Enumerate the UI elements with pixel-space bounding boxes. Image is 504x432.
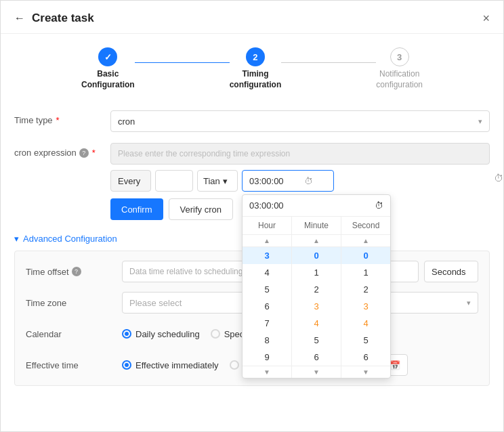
cron-number-input[interactable] [155, 170, 193, 192]
step-3: 3 Notificationconfiguration [376, 47, 423, 90]
second-item-2[interactable]: 2 [341, 281, 390, 298]
form-body: Time type * cron ▾ cron expression ? * P… [1, 104, 503, 399]
second-scroll-down[interactable]: ▼ [341, 366, 390, 378]
clock-icon: ⏱ [304, 176, 313, 186]
time-offset-unit[interactable]: Seconds [424, 261, 478, 282]
hour-items: 3 4 5 6 7 8 9 [243, 247, 291, 366]
minute-item-0[interactable]: 0 [292, 247, 341, 264]
radio-specify-circle [211, 329, 220, 339]
second-item-6[interactable]: 6 [341, 349, 390, 366]
hour-item-5[interactable]: 5 [243, 281, 291, 298]
step-2-circle: 2 [246, 47, 265, 66]
radio-immediately-label: Effective immediately [135, 360, 219, 370]
time-offset-help-icon[interactable]: ? [72, 267, 81, 276]
second-clock-wrapper: ⏱ [494, 173, 503, 183]
time-offset-label: Time offset ? [26, 267, 114, 277]
step-3-num: 3 [397, 52, 402, 62]
time-picker-popup: 03:00:00 ⏱ Hour ▲ [242, 194, 391, 379]
minute-scroll-up[interactable]: ▲ [292, 235, 341, 247]
back-button[interactable]: ← [14, 12, 25, 24]
cron-every-box: Every [110, 170, 151, 192]
minute-item-5[interactable]: 5 [292, 332, 341, 349]
cron-expression-input[interactable]: Please enter the corresponding time expr… [110, 143, 490, 165]
cron-unit-chevron: ▾ [223, 176, 228, 186]
cron-expr-control: Please enter the corresponding time expr… [110, 143, 490, 220]
hour-scroll-down[interactable]: ▼ [243, 366, 291, 378]
cron-placeholder: Please enter the corresponding time expr… [118, 149, 290, 158]
second-item-5[interactable]: 5 [341, 332, 390, 349]
hour-header: Hour [243, 217, 291, 235]
minute-scroll-down[interactable]: ▼ [292, 366, 341, 378]
hour-item-6[interactable]: 6 [243, 298, 291, 315]
minute-items: 0 1 2 3 4 5 6 [292, 247, 341, 366]
time-header-icon: ⏱ [375, 200, 383, 211]
verify-cron-button[interactable]: Verify cron [169, 198, 233, 220]
step-1-check: ✓ [104, 52, 112, 62]
header-left: ← Create task [14, 12, 94, 25]
radio-immediately[interactable]: Effective immediately [122, 360, 219, 370]
step-2-label: Timingconfiguration [230, 69, 282, 90]
minute-item-3[interactable]: 3 [292, 298, 341, 315]
time-type-select[interactable]: cron ▾ [110, 110, 490, 132]
cron-unit-select[interactable]: Tian ▾ [197, 170, 238, 192]
minute-item-4[interactable]: 4 [292, 315, 341, 332]
cron-required: * [92, 148, 96, 158]
modal-title: Create task [32, 12, 94, 25]
advanced-toggle-label: Advanced Configuration [23, 234, 117, 244]
second-item-0[interactable]: 0 [341, 247, 390, 264]
step-line-1 [135, 62, 230, 63]
step-3-label: Notificationconfiguration [376, 69, 423, 90]
second-column: Second ▲ 0 1 2 3 4 5 [341, 217, 390, 378]
step-3-circle: 3 [390, 47, 409, 66]
chevron-down-icon: ▾ [478, 117, 482, 126]
step-line-2 [281, 62, 376, 63]
help-icon[interactable]: ? [79, 148, 89, 158]
second-header: Second [341, 217, 390, 235]
hour-scroll-up[interactable]: ▲ [243, 235, 291, 247]
hour-item-7[interactable]: 7 [243, 315, 291, 332]
minute-header: Minute [292, 217, 341, 235]
radio-daily[interactable]: Daily scheduling [122, 329, 200, 339]
radio-immediately-dot [125, 363, 129, 367]
second-items: 0 1 2 3 4 5 6 [341, 247, 390, 366]
hour-item-8[interactable]: 8 [243, 332, 291, 349]
time-picker-columns: Hour ▲ 3 4 5 6 7 8 [243, 217, 390, 378]
calendar-label: Calendar [26, 329, 114, 339]
second-scroll-up[interactable]: ▲ [341, 235, 390, 247]
hour-item-4[interactable]: 4 [243, 264, 291, 281]
timezone-chevron-icon: ▾ [467, 299, 471, 307]
step-2: 2 Timingconfiguration [230, 47, 282, 90]
confirm-button[interactable]: Confirm [110, 198, 163, 220]
calendar-icon: 📅 [390, 360, 400, 370]
time-type-required: * [56, 115, 60, 125]
hour-column: Hour ▲ 3 4 5 6 7 8 [243, 217, 291, 378]
second-item-4[interactable]: 4 [341, 315, 390, 332]
close-button[interactable]: × [482, 12, 490, 24]
radio-immediately-circle [122, 360, 131, 370]
time-type-value: cron [118, 116, 135, 127]
radio-daily-circle [122, 329, 131, 339]
minute-column: Minute ▲ 0 1 2 3 4 5 [291, 217, 341, 378]
minute-item-2[interactable]: 2 [292, 281, 341, 298]
step-2-num: 2 [253, 52, 257, 62]
time-input[interactable]: 03:00:00 ⏱ [242, 170, 334, 192]
radio-start-circle [230, 360, 239, 370]
hour-item-3[interactable]: 3 [243, 247, 291, 264]
radio-daily-dot [125, 332, 129, 336]
hour-item-9[interactable]: 9 [243, 349, 291, 366]
step-1: ✓ BasicConfiguration [81, 47, 135, 90]
cron-expr-row: cron expression ? * Please enter the cor… [14, 143, 490, 220]
minute-item-1[interactable]: 1 [292, 264, 341, 281]
effective-time-label: Effective time [26, 360, 114, 370]
time-type-label: Time type * [14, 110, 102, 125]
second-clock-icon: ⏱ [494, 173, 503, 183]
time-picker-header: 03:00:00 ⏱ [243, 195, 390, 217]
minute-item-6[interactable]: 6 [292, 349, 341, 366]
step-1-circle: ✓ [98, 47, 117, 66]
radio-daily-label: Daily scheduling [135, 329, 200, 339]
steps-container: ✓ BasicConfiguration 2 Timingconfigurati… [1, 34, 503, 104]
advanced-toggle-arrow: ▾ [14, 234, 19, 244]
second-item-1[interactable]: 1 [341, 264, 390, 281]
step-1-label: BasicConfiguration [81, 69, 135, 90]
second-item-3[interactable]: 3 [341, 298, 390, 315]
